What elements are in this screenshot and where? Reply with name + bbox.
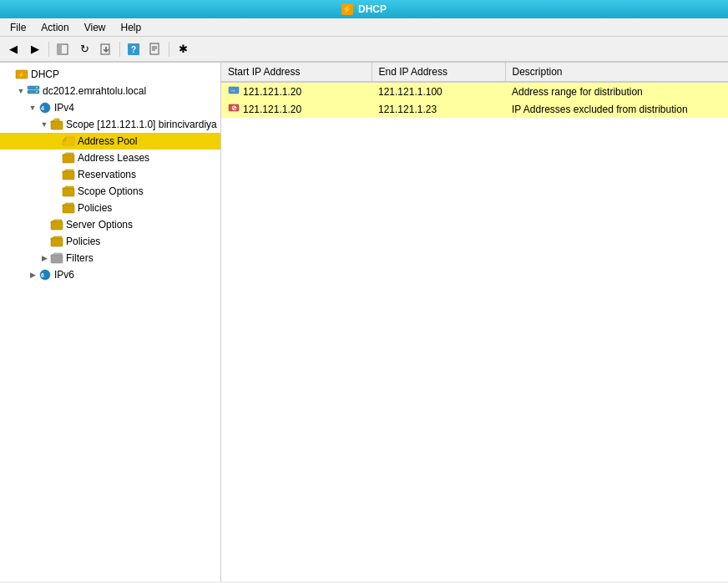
star-button[interactable]: ✱ (173, 40, 193, 58)
toolbar: ◀ ▶ ↻ ? ✱ (0, 37, 728, 62)
title-bar-icon: ⚡ (341, 3, 353, 15)
svg-point-15 (36, 91, 38, 93)
row-end-ip-exclude: 121.121.1.23 (372, 100, 505, 118)
server-policies-icon (50, 235, 63, 248)
tree-item-address-leases[interactable]: Address Leases (0, 150, 220, 166)
svg-text:4: 4 (41, 105, 44, 111)
tree-item-server-policies[interactable]: Policies (0, 233, 220, 250)
svg-marker-21 (63, 137, 66, 141)
tree-label-server: dc2012.emrahtolu.local (43, 85, 146, 97)
tree-label-scope-policies: Policies (78, 202, 112, 214)
tree-label-scope: Scope [121.121.1.0] birincivardiya (66, 119, 217, 130)
tree-item-server-options[interactable]: Server Options (0, 216, 220, 233)
show-hide-button[interactable] (53, 40, 73, 58)
col-header-end-ip[interactable]: End IP Address (372, 63, 505, 82)
export-button[interactable] (96, 40, 116, 58)
expand-filters[interactable]: ▶ (38, 252, 50, 264)
filters-icon (50, 251, 63, 265)
menu-view[interactable]: View (78, 20, 113, 35)
address-leases-icon (62, 151, 75, 165)
tree-label-scope-options: Scope Options (78, 185, 144, 197)
expand-server-policies[interactable] (38, 236, 50, 247)
col-header-start-ip[interactable]: Start IP Address (221, 63, 372, 82)
svg-rect-24 (63, 171, 74, 180)
server-options-icon (50, 218, 63, 231)
menu-help[interactable]: Help (114, 20, 149, 35)
tree-label-ipv4: IPv4 (54, 102, 74, 114)
properties-button[interactable] (145, 40, 165, 58)
ipv4-icon: 4 (38, 101, 52, 114)
tree-label-server-policies: Policies (66, 236, 100, 247)
tree-item-ipv6[interactable]: ▶ 6 IPv6 (0, 266, 220, 283)
table-row[interactable]: ↔ 121.121.1.20 121.121.1.100 Address ran… (221, 82, 728, 100)
tree-item-reservations[interactable]: Reservations (0, 166, 220, 183)
col-header-description[interactable]: Description (505, 63, 728, 82)
row-end-ip-range: 121.121.1.100 (372, 82, 505, 100)
svg-point-14 (36, 87, 38, 89)
svg-text:⊘: ⊘ (231, 104, 237, 112)
table-row[interactable]: ⊘ 121.121.1.20 121.121.1.23 IP Addresses… (221, 100, 728, 118)
title-bar: ⚡ DHCP (0, 0, 728, 18)
help-button[interactable]: ? (124, 40, 144, 58)
svg-text:6: 6 (41, 272, 44, 278)
menu-action[interactable]: Action (34, 20, 75, 35)
range-icon: ↔ (228, 84, 240, 99)
expand-ipv4[interactable]: ▼ (27, 102, 38, 114)
title-bar-title: DHCP (358, 3, 387, 15)
expand-ipv6[interactable]: ▶ (27, 269, 38, 281)
svg-rect-26 (63, 188, 74, 196)
tree-item-dhcp[interactable]: ⚡ DHCP (0, 66, 220, 83)
svg-rect-28 (63, 205, 74, 213)
tree-item-scope-options[interactable]: Scope Options (0, 183, 220, 200)
tree-item-filters[interactable]: ▶ Filters (0, 250, 220, 266)
scope-icon (50, 118, 63, 131)
expand-scope[interactable]: ▼ (38, 119, 50, 130)
toolbar-separator-1 (48, 42, 49, 57)
toolbar-separator-3 (169, 42, 169, 57)
svg-rect-18 (51, 121, 63, 129)
expand-address-pool[interactable] (50, 135, 62, 147)
tree-item-ipv4[interactable]: ▼ 4 IPv4 (0, 99, 220, 116)
main-content: ⚡ DHCP ▼ dc2012.emrahtolu.local ▼ (0, 62, 728, 581)
svg-rect-32 (51, 238, 63, 246)
svg-text:?: ? (131, 45, 136, 54)
ipv6-icon: 6 (38, 268, 52, 281)
expand-server-options[interactable] (38, 219, 50, 231)
tree-label-address-pool: Address Pool (78, 135, 137, 147)
tree-label-filters: Filters (66, 252, 94, 264)
expand-scope-policies[interactable] (50, 202, 62, 214)
refresh-button[interactable]: ↻ (74, 40, 94, 58)
tree-label-address-leases: Address Leases (78, 152, 149, 164)
expand-dhcp[interactable] (3, 68, 15, 80)
tree-item-scope-policies[interactable]: Policies (0, 200, 220, 216)
menu-file[interactable]: File (3, 20, 33, 35)
row-description-exclude: IP Addresses excluded from distribution (505, 100, 728, 118)
detail-panel: Start IP Address End IP Address Descript… (221, 63, 728, 581)
reservations-icon (62, 168, 75, 181)
expand-scope-options[interactable] (50, 185, 62, 197)
expand-server[interactable]: ▼ (15, 85, 27, 97)
toolbar-separator-2 (119, 42, 120, 57)
forward-button[interactable]: ▶ (25, 40, 45, 58)
row-start-ip-exclude: ⊘ 121.121.1.20 (221, 100, 372, 118)
tree-item-scope[interactable]: ▼ Scope [121.121.1.0] birincivardiya (0, 116, 220, 133)
tree-label-reservations: Reservations (78, 169, 136, 180)
detail-table: Start IP Address End IP Address Descript… (221, 63, 728, 118)
tree-item-server[interactable]: ▼ dc2012.emrahtolu.local (0, 83, 220, 99)
tree-panel: ⚡ DHCP ▼ dc2012.emrahtolu.local ▼ (0, 63, 221, 581)
tree-item-address-pool[interactable]: Address Pool (0, 133, 220, 150)
tree-label-server-options: Server Options (66, 219, 133, 231)
tree-label-ipv6: IPv6 (54, 269, 74, 281)
address-pool-icon (62, 134, 75, 148)
row-description-range: Address range for distribution (505, 82, 728, 100)
expand-address-leases[interactable] (50, 152, 62, 164)
scope-options-icon (62, 185, 75, 198)
exclude-icon: ⊘ (228, 102, 240, 116)
back-button[interactable]: ◀ (3, 40, 23, 58)
svg-text:↔: ↔ (230, 88, 236, 94)
svg-rect-22 (63, 155, 74, 163)
expand-reservations[interactable] (50, 169, 62, 180)
row-start-ip-range: ↔ 121.121.1.20 (221, 82, 372, 100)
svg-text:⚡: ⚡ (18, 71, 25, 79)
tree-label-dhcp: DHCP (31, 68, 59, 80)
